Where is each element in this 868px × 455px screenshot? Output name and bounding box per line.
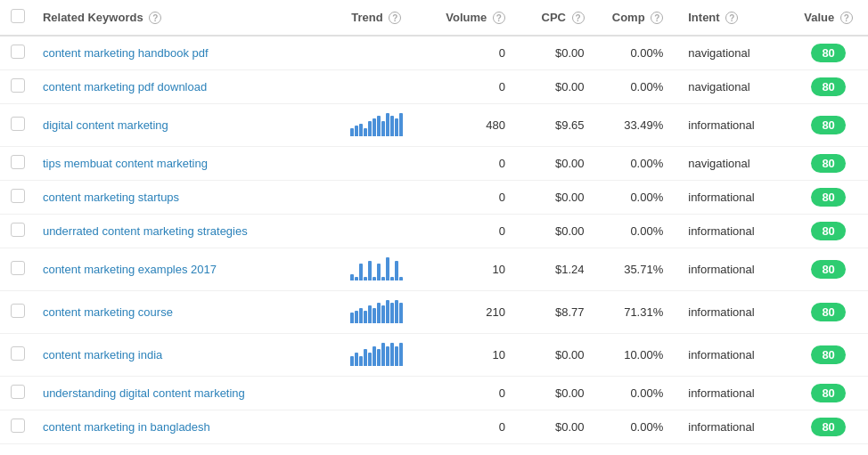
select-all-header[interactable]: [0, 0, 36, 36]
row-checkbox[interactable]: [11, 261, 25, 275]
keyword-cell: content marketing course: [36, 291, 322, 334]
keyword-cell: content marketing handbook pdf: [36, 36, 322, 70]
chart-bar: [386, 257, 389, 280]
keywords-table: Related Keywords ? Trend ? Volume ? CPC …: [0, 0, 868, 444]
volume-cell: 0: [430, 181, 512, 215]
chart-bar: [390, 303, 394, 323]
chart-bar: [368, 305, 372, 323]
row-checkbox-cell: [0, 181, 36, 215]
row-checkbox[interactable]: [11, 385, 25, 399]
keyword-link[interactable]: content marketing india: [43, 348, 162, 362]
table-header-row: Related Keywords ? Trend ? Volume ? CPC …: [0, 0, 868, 36]
chart-bar: [395, 118, 398, 136]
cpc-header: CPC ?: [512, 0, 592, 36]
row-checkbox[interactable]: [11, 189, 25, 203]
row-checkbox[interactable]: [11, 78, 25, 93]
keyword-link[interactable]: tips membuat content marketing: [43, 157, 208, 170]
intent-help-icon[interactable]: ?: [725, 12, 738, 24]
chart-bar: [359, 124, 363, 136]
row-checkbox[interactable]: [11, 117, 25, 131]
keyword-link[interactable]: content marketing in bangladesh: [43, 420, 210, 434]
keyword-header: Related Keywords ?: [36, 0, 322, 36]
cpc-cell: $0.00: [512, 377, 592, 410]
keyword-link[interactable]: underrated content marketing strategies: [43, 224, 248, 238]
comp-help-icon[interactable]: ?: [651, 12, 663, 24]
chart-bar: [368, 261, 372, 280]
trend-cell: [322, 181, 430, 215]
keyword-link[interactable]: digital content marketing: [43, 118, 168, 132]
keyword-link[interactable]: content marketing pdf download: [43, 80, 207, 93]
trend-cell: [322, 291, 430, 334]
select-all-checkbox[interactable]: [11, 9, 25, 23]
volume-help-icon[interactable]: ?: [493, 12, 505, 24]
value-badge: 80: [811, 418, 845, 436]
volume-cell: 0: [430, 215, 512, 248]
keyword-link[interactable]: content marketing course: [43, 305, 173, 319]
chart-bar: [350, 313, 354, 323]
cpc-cell: $0.00: [512, 181, 592, 215]
intent-cell: navigational: [670, 36, 789, 70]
trend-cell: [322, 104, 430, 147]
table-row: content marketing examples 201710$1.2435…: [0, 248, 868, 291]
chart-bar: [399, 113, 403, 136]
cpc-cell: $0.00: [512, 215, 592, 248]
row-checkbox-cell: [0, 147, 36, 181]
row-checkbox[interactable]: [11, 304, 25, 318]
value-badge: 80: [811, 44, 845, 62]
row-checkbox[interactable]: [11, 223, 25, 237]
keyword-cell: digital content marketing: [36, 104, 322, 147]
trend-cell: [322, 70, 430, 104]
value-cell: 80: [789, 410, 868, 444]
keyword-link[interactable]: content marketing examples 2017: [43, 263, 217, 276]
table-row: content marketing in bangladesh0$0.000.0…: [0, 410, 868, 444]
table-row: content marketing startups0$0.000.00%inf…: [0, 181, 868, 215]
intent-cell: informational: [670, 291, 789, 334]
cpc-cell: $0.00: [512, 410, 592, 444]
cpc-cell: $9.65: [512, 104, 592, 147]
value-badge: 80: [811, 77, 845, 96]
table-row: underrated content marketing strategies0…: [0, 215, 868, 248]
row-checkbox[interactable]: [11, 346, 25, 361]
row-checkbox[interactable]: [11, 155, 25, 169]
chart-bar: [359, 264, 363, 280]
row-checkbox-cell: [0, 410, 36, 444]
row-checkbox-cell: [0, 104, 36, 147]
comp-cell: 71.31%: [592, 291, 671, 334]
chart-bar: [381, 343, 385, 366]
value-cell: 80: [789, 70, 868, 104]
cpc-cell: $1.24: [512, 248, 592, 291]
mini-chart: [350, 298, 403, 323]
keyword-link[interactable]: understanding digital content marketing: [43, 386, 245, 400]
trend-help-icon[interactable]: ?: [389, 12, 401, 24]
chart-bar: [381, 277, 385, 280]
intent-cell: navigational: [670, 147, 789, 181]
chart-bar: [373, 118, 376, 136]
value-help-icon[interactable]: ?: [840, 12, 853, 24]
keyword-link[interactable]: content marketing handbook pdf: [43, 46, 209, 60]
chart-bar: [368, 353, 372, 366]
cpc-help-icon[interactable]: ?: [572, 12, 585, 24]
chart-bar: [390, 343, 394, 366]
chart-bar: [355, 277, 358, 280]
chart-bar: [377, 116, 381, 136]
chart-bar: [395, 261, 398, 280]
volume-cell: 0: [430, 377, 512, 410]
chart-bar: [373, 346, 376, 366]
row-checkbox-cell: [0, 248, 36, 291]
intent-cell: informational: [670, 104, 789, 147]
chart-bar: [364, 277, 367, 280]
row-checkbox[interactable]: [11, 418, 25, 433]
trend-cell: [322, 36, 430, 70]
row-checkbox[interactable]: [11, 45, 25, 59]
keyword-link[interactable]: content marketing startups: [43, 191, 179, 204]
keyword-cell: content marketing in bangladesh: [36, 410, 322, 444]
chart-bar: [359, 356, 363, 366]
cpc-cell: $0.00: [512, 147, 592, 181]
keyword-help-icon[interactable]: ?: [149, 12, 161, 24]
cpc-cell: $8.77: [512, 291, 592, 334]
trend-cell: [322, 215, 430, 248]
chart-bar: [390, 116, 394, 136]
value-cell: 80: [789, 215, 868, 248]
trend-cell: [322, 334, 430, 377]
keyword-cell: content marketing india: [36, 334, 322, 377]
